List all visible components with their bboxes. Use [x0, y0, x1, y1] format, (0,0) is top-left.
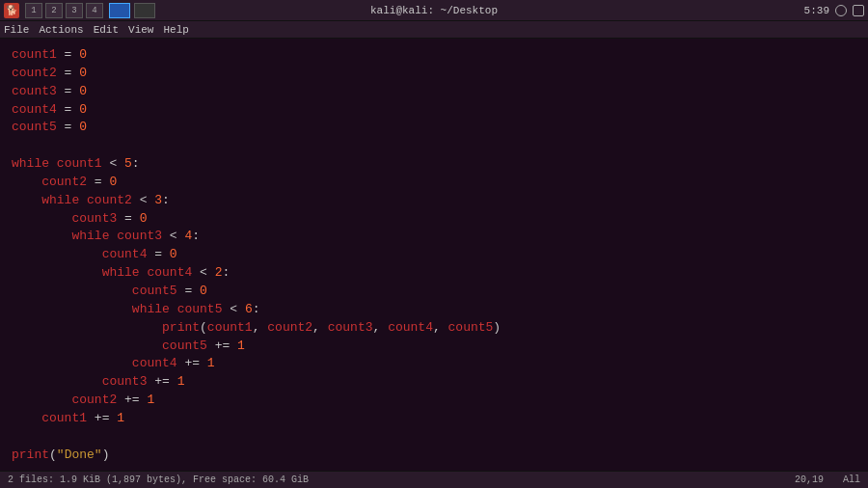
code-line: while count1 < 5:	[12, 155, 856, 174]
code-line	[12, 137, 856, 155]
statusbar: 2 files: 1.9 KiB (1,897 bytes), Free spa…	[0, 471, 868, 488]
menu-view[interactable]: View	[128, 24, 153, 36]
app-icon: 🐕	[4, 3, 19, 18]
window-title: kali@kali: ~/Desktop	[370, 5, 498, 16]
code-line: count4 = 0	[12, 101, 856, 120]
status-files: 2 files: 1.9 KiB (1,897 bytes), Free spa…	[8, 474, 309, 485]
menu-help[interactable]: Help	[163, 24, 188, 36]
code-line: count2 = 0	[12, 174, 856, 192]
code-line: count5 += 1	[12, 338, 856, 356]
code-line: count3 = 0	[12, 83, 856, 101]
code-line	[12, 428, 856, 447]
code-line: count1 += 1	[12, 410, 856, 428]
taskbar-left: 🐕 1 2 3 4	[4, 3, 155, 18]
menu-edit[interactable]: Edit	[94, 24, 119, 36]
active-window-indicator	[109, 3, 130, 18]
code-line: while count2 < 3:	[12, 192, 856, 210]
taskbar-btn-2[interactable]: 2	[45, 3, 63, 18]
window-indicator-2	[134, 3, 155, 18]
code-line: print(count1, count2, count3, count4, co…	[12, 319, 856, 338]
code-line: count1 = 0	[12, 46, 856, 65]
code-line: count4 = 0	[12, 246, 856, 264]
scroll-mode: All	[843, 474, 860, 485]
network-icon	[853, 5, 864, 16]
menu-actions[interactable]: Actions	[39, 24, 83, 36]
code-line: count3 += 1	[12, 373, 856, 392]
code-editor[interactable]: count1 = 0count2 = 0count3 = 0count4 = 0…	[0, 39, 868, 471]
code-line: print("Done")	[12, 447, 856, 465]
taskbar: 🐕 1 2 3 4 kali@kali: ~/Desktop 5:39	[0, 0, 868, 21]
code-line: count2 = 0	[12, 65, 856, 83]
taskbar-time: 5:39	[804, 5, 829, 16]
taskbar-apps: 1 2 3 4	[25, 3, 103, 18]
cursor-position: 20,19	[795, 474, 824, 485]
code-line: count5 = 0	[12, 119, 856, 137]
taskbar-right: 5:39	[804, 5, 864, 16]
code-line: while count4 < 2:	[12, 264, 856, 283]
menubar: File Actions Edit View Help	[0, 21, 868, 39]
taskbar-btn-4[interactable]: 4	[86, 3, 103, 18]
code-line: count4 += 1	[12, 355, 856, 373]
status-right: 20,19 All	[795, 474, 860, 485]
taskbar-btn-3[interactable]: 3	[66, 3, 83, 18]
code-line: count3 = 0	[12, 210, 856, 229]
menu-file[interactable]: File	[4, 24, 29, 36]
code-line: while count3 < 4:	[12, 228, 856, 246]
code-line: ~	[12, 464, 856, 471]
code-line: while count5 < 6:	[12, 301, 856, 319]
lock-icon	[835, 5, 847, 16]
code-line: count2 += 1	[12, 392, 856, 410]
code-line: count5 = 0	[12, 283, 856, 301]
taskbar-btn-1[interactable]: 1	[25, 3, 42, 18]
